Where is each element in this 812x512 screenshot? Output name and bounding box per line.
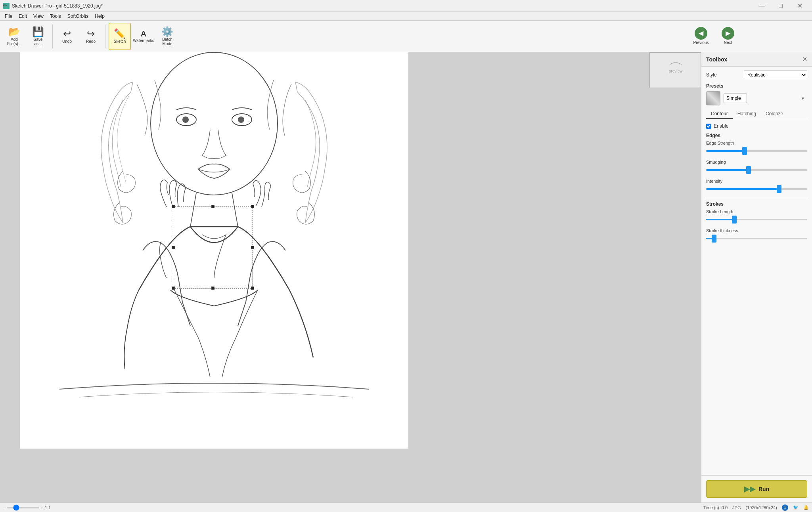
save-as-button[interactable]: 💾 Saveas... xyxy=(27,23,49,50)
time-label: Time (s): 0.0 xyxy=(703,505,728,510)
tab-hatching[interactable]: Hatching xyxy=(733,109,761,119)
menu-view[interactable]: View xyxy=(30,13,47,20)
save-as-icon: 💾 xyxy=(32,27,44,36)
close-button[interactable]: ✕ xyxy=(791,0,809,12)
app-icon: ✏ xyxy=(3,3,10,9)
watermarks-button[interactable]: A Watermarks xyxy=(132,23,155,50)
toolbar: 📂 AddFile(s)... 💾 Saveas... ↩ Undo ↪ Red… xyxy=(0,21,812,52)
presets-label: Presets xyxy=(706,83,807,89)
redo-icon: ↪ xyxy=(87,29,95,38)
title-bar: ✏ Sketch Drawer Pro - girl-511883_1920.j… xyxy=(0,0,812,12)
menu-file[interactable]: File xyxy=(2,13,15,20)
presets-row: Simple Detailed Bold ▼ xyxy=(706,91,807,105)
save-as-label: Saveas... xyxy=(34,37,43,46)
style-select[interactable]: Realistic Cartoon Pencil xyxy=(744,71,807,79)
sketch-svg xyxy=(20,52,408,449)
intensity-slider-container xyxy=(706,185,807,193)
menu-softorbits[interactable]: SoftOrbits xyxy=(64,13,92,20)
next-icon: ▶ xyxy=(722,27,734,40)
watermarks-icon: A xyxy=(141,30,146,38)
stroke-thickness-slider-container xyxy=(706,235,807,243)
zoom-slider[interactable] xyxy=(7,507,39,508)
tab-contour[interactable]: Contour xyxy=(706,109,733,119)
enable-label[interactable]: Enable xyxy=(714,123,728,129)
next-button[interactable]: ▶ Next xyxy=(715,22,741,49)
smudging-fill xyxy=(706,169,749,171)
format-label: JPG xyxy=(732,505,741,510)
presets-section: Presets Simple Detailed Bold ▼ xyxy=(706,83,807,105)
previous-button[interactable]: ◀ Previous xyxy=(688,22,714,49)
smudging-track xyxy=(706,169,807,171)
smudging-label: Smudging xyxy=(706,160,807,164)
intensity-thumb[interactable] xyxy=(777,185,781,193)
run-button[interactable]: ▶▶ Run xyxy=(706,480,807,498)
previous-label: Previous xyxy=(693,40,709,45)
nav-area: ◀ Previous ▶ Next xyxy=(688,22,741,49)
watermarks-label: Watermarks xyxy=(133,38,154,43)
tab-colorize[interactable]: Colorize xyxy=(761,109,788,119)
stroke-length-row: Stroke Length xyxy=(706,209,807,224)
canvas-area[interactable]: preview xyxy=(0,52,701,502)
twitter-icon[interactable]: 🐦 xyxy=(793,505,799,510)
style-row: Style Realistic Cartoon Pencil xyxy=(706,71,807,79)
svg-text:preview: preview xyxy=(669,69,683,73)
maximize-button[interactable]: □ xyxy=(772,0,790,12)
window-title: Sketch Drawer Pro - girl-511883_1920.jpg… xyxy=(12,3,103,9)
presets-select-wrapper: Simple Detailed Bold ▼ xyxy=(724,94,807,103)
title-bar-controls: — □ ✕ xyxy=(753,0,809,12)
enable-checkbox[interactable] xyxy=(706,124,711,129)
stroke-length-label: Stroke Length xyxy=(706,209,807,214)
stroke-thickness-track xyxy=(706,238,807,239)
dimensions-label: (1920x1280x24) xyxy=(745,505,777,510)
zoom-label: 1:1 xyxy=(45,505,51,510)
presets-chevron-icon: ▼ xyxy=(801,96,805,101)
smudging-slider-container xyxy=(706,166,807,174)
sketch-button[interactable]: ✏️ Sketch xyxy=(109,23,131,50)
enable-row: Enable xyxy=(706,123,807,129)
toolbox-title: Toolbox xyxy=(706,56,727,63)
menu-tools[interactable]: Tools xyxy=(47,13,64,20)
run-label: Run xyxy=(758,486,769,492)
minimize-button[interactable]: — xyxy=(753,0,771,12)
toolbox-content: Style Realistic Cartoon Pencil Presets S… xyxy=(701,67,812,475)
smudging-thumb[interactable] xyxy=(746,166,751,174)
toolbox-close-button[interactable]: ✕ xyxy=(802,55,807,63)
undo-button[interactable]: ↩ Undo xyxy=(56,23,78,50)
style-label: Style xyxy=(706,72,717,78)
svg-point-6 xyxy=(182,117,189,123)
smudging-row: Smudging xyxy=(706,160,807,174)
next-label: Next xyxy=(724,40,732,45)
redo-button[interactable]: ↪ Redo xyxy=(80,23,102,50)
sketch-image xyxy=(0,52,701,502)
presets-select[interactable]: Simple Detailed Bold xyxy=(724,94,747,103)
batch-mode-button[interactable]: ⚙️ BatchMode xyxy=(156,23,178,50)
sketch-icon: ✏️ xyxy=(114,29,126,38)
notification-icon[interactable]: 🔔 xyxy=(803,505,809,510)
edge-strength-row: Edge Strength xyxy=(706,141,807,155)
status-bar: − + 1:1 Time (s): 0.0 JPG (1920x1280x24)… xyxy=(0,502,812,512)
batch-mode-label: BatchMode xyxy=(162,37,172,46)
toolbox: Toolbox ✕ Style Realistic Cartoon Pencil… xyxy=(701,52,812,502)
edge-strength-thumb[interactable] xyxy=(742,147,747,155)
sketch-label: Sketch xyxy=(114,39,126,44)
stroke-length-fill xyxy=(706,219,734,220)
info-icon[interactable]: ℹ xyxy=(782,504,788,511)
stroke-thickness-label: Stroke thickness xyxy=(706,228,807,233)
intensity-fill xyxy=(706,188,779,190)
toolbar-separator-2 xyxy=(105,25,105,48)
batch-mode-icon: ⚙️ xyxy=(161,27,173,36)
undo-icon: ↩ xyxy=(63,29,71,38)
menu-help[interactable]: Help xyxy=(92,13,108,20)
add-files-button[interactable]: 📂 AddFile(s)... xyxy=(3,23,25,50)
corner-thumbnail: preview xyxy=(649,52,701,88)
title-bar-left: ✏ Sketch Drawer Pro - girl-511883_1920.j… xyxy=(3,3,103,9)
strokes-label: Strokes xyxy=(706,201,807,207)
edge-strength-label: Edge Strength xyxy=(706,141,807,145)
menu-edit[interactable]: Edit xyxy=(15,13,30,20)
stroke-length-thumb[interactable] xyxy=(732,216,737,224)
thumbnail-svg: preview xyxy=(650,53,701,88)
stroke-thickness-thumb[interactable] xyxy=(712,235,716,243)
edge-strength-slider-container xyxy=(706,147,807,155)
edge-strength-fill xyxy=(706,150,745,152)
zoom-out-icon: − xyxy=(3,505,6,510)
